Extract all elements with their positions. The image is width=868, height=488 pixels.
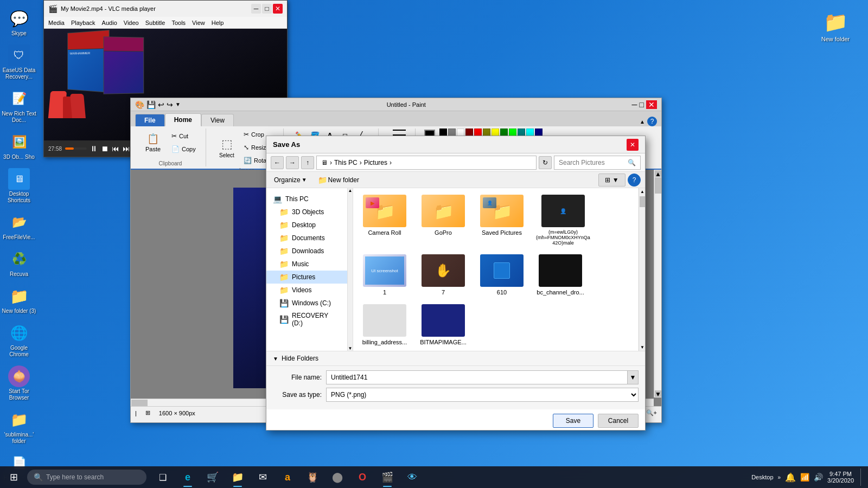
color-swatch[interactable] bbox=[448, 129, 456, 136]
color-swatch[interactable] bbox=[526, 129, 534, 136]
sidebar-item-pictures[interactable]: 📁 Pictures bbox=[266, 271, 347, 284]
desktop-icon-easeus[interactable]: 🛡 EaseUS Data Recovery... bbox=[0, 42, 38, 82]
organize-btn[interactable]: Organize ▼ bbox=[271, 175, 310, 185]
vlc-menu-tools[interactable]: Tools bbox=[171, 20, 186, 26]
sidebar-item-desktop[interactable]: 📁 Desktop bbox=[266, 219, 347, 232]
desktop-icon-skype[interactable]: 💬 Skype bbox=[0, 5, 38, 39]
tab-file[interactable]: File bbox=[135, 114, 165, 126]
taskbar-icon-vlc-task[interactable]: 🎬 bbox=[375, 466, 399, 488]
vlc-minimize-btn[interactable]: ─ bbox=[251, 4, 261, 14]
dialog-breadcrumb[interactable]: 🖥 › This PC › Pictures › bbox=[316, 156, 537, 170]
paint-dropdown-btn[interactable]: ▼ bbox=[175, 101, 181, 107]
ribbon-paste-btn[interactable]: 📋 Paste bbox=[139, 129, 167, 157]
taskbar-task-view[interactable]: ❑ bbox=[151, 466, 175, 488]
tab-home[interactable]: Home bbox=[165, 113, 201, 126]
view-options-btn[interactable]: ⊞ ▼ bbox=[598, 174, 626, 187]
desktop-icon-new-folder-3[interactable]: 📁 New folder (3) bbox=[0, 283, 38, 317]
color-swatch[interactable] bbox=[518, 129, 525, 136]
hide-folders-toggle[interactable]: ▼ Hide Folders bbox=[266, 351, 645, 365]
desktop-icon-3d[interactable]: 🖼️ 3D Ob... Sho bbox=[0, 129, 38, 163]
taskbar-icon-tripadvisor[interactable]: 🦉 bbox=[301, 466, 324, 488]
dialog-search-box[interactable]: 🔍 bbox=[554, 156, 641, 170]
file-item-7[interactable]: ✋ 7 bbox=[416, 252, 470, 298]
breadcrumb-thispc[interactable]: This PC bbox=[334, 159, 358, 166]
scroll-sidebar-up[interactable]: ▲ bbox=[348, 188, 353, 193]
vlc-maximize-btn[interactable]: □ bbox=[262, 4, 272, 14]
vlc-menu-playback[interactable]: Playback bbox=[71, 20, 95, 26]
desktop-icon-new-folder-top[interactable]: 📁 New folder bbox=[814, 11, 857, 42]
color-swatch[interactable] bbox=[474, 129, 482, 136]
dialog-refresh-btn[interactable]: ↻ bbox=[539, 156, 552, 169]
file-item-saved-pictures[interactable]: 📁 👤 Saved Pictures bbox=[475, 192, 529, 248]
file-item-gopro[interactable]: 📁 GoPro bbox=[416, 192, 470, 248]
taskbar-icon-eye[interactable]: 👁 bbox=[400, 466, 424, 488]
sidebar-item-documents[interactable]: 📁 Documents bbox=[266, 232, 347, 245]
vertical-scrollbar[interactable]: ▲ ▼ bbox=[654, 170, 661, 397]
color-swatch[interactable] bbox=[492, 129, 499, 136]
dialog-cancel-btn[interactable]: Cancel bbox=[598, 414, 639, 428]
taskbar-icon-explorer[interactable]: 📁 bbox=[226, 466, 250, 488]
paint-redo-btn[interactable]: ↪ bbox=[167, 100, 173, 109]
taskbar-icon-store[interactable]: 🛒 bbox=[201, 466, 225, 488]
paint-maximize-btn[interactable]: □ bbox=[640, 100, 644, 109]
color-swatch[interactable] bbox=[465, 129, 473, 136]
dialog-save-btn[interactable]: Save bbox=[553, 414, 593, 428]
scroll-up-btn[interactable]: ▲ bbox=[655, 170, 661, 177]
scroll-thumb-v[interactable] bbox=[655, 177, 661, 194]
desktop-icon-rich-text[interactable]: 📝 New Rich Text Doc... bbox=[0, 86, 38, 126]
vlc-menu-subtitle[interactable]: Subtitle bbox=[145, 20, 165, 26]
taskbar-network-icon[interactable]: 📶 bbox=[800, 473, 809, 481]
scroll-files-down[interactable]: ▼ bbox=[639, 344, 645, 351]
sidebar-item-downloads[interactable]: 📁 Downloads bbox=[266, 245, 347, 258]
desktop-icon-recuva[interactable]: ♻️ Recuva bbox=[0, 246, 38, 280]
desktop-icon-sublimina[interactable]: 📁 'sublimina...' folder bbox=[0, 407, 38, 447]
dialog-help-btn[interactable]: ? bbox=[628, 174, 641, 187]
new-folder-btn[interactable]: 📁 New folder bbox=[315, 175, 362, 185]
scroll-thumb-h[interactable] bbox=[131, 400, 148, 406]
color-swatch[interactable] bbox=[439, 129, 447, 136]
file-item-long-name[interactable]: 👤 (m=ewlLG0y)(mh=FMNOM0cXHYnQa42O)male bbox=[533, 192, 593, 248]
file-item-billing[interactable]: billing_address... bbox=[358, 302, 412, 348]
start-button[interactable]: ⊞ bbox=[0, 466, 27, 488]
taskbar-icon-edge[interactable]: e bbox=[176, 466, 200, 488]
files-scrollbar[interactable]: ▲ ▼ bbox=[639, 188, 645, 351]
sidebar-item-this-pc[interactable]: 💻 This PC bbox=[266, 192, 347, 206]
filename-dropdown-btn[interactable]: ▼ bbox=[628, 370, 639, 384]
vlc-stop-btn[interactable]: ⏹ bbox=[101, 144, 108, 153]
sidebar-item-3d-objects[interactable]: 📁 3D Objects bbox=[266, 206, 347, 219]
file-item-bitmap[interactable]: BITMAPIMAGE... bbox=[416, 302, 470, 348]
color-swatch[interactable] bbox=[483, 129, 490, 136]
color-swatch[interactable] bbox=[509, 129, 516, 136]
taskbar-icon-opera[interactable]: O bbox=[350, 466, 374, 488]
paint-minimize-btn[interactable]: ─ bbox=[632, 100, 637, 109]
vlc-prev-btn[interactable]: ⏮ bbox=[112, 144, 119, 153]
size-1[interactable] bbox=[393, 130, 406, 131]
sidebar-item-videos[interactable]: 📁 Videos bbox=[266, 284, 347, 297]
paint-undo-btn[interactable]: ↩ bbox=[158, 100, 164, 109]
desktop-icon-start-tor[interactable]: 🧅 Start Tor Browser bbox=[0, 363, 38, 403]
file-item-1[interactable]: UI screenshot 1 bbox=[358, 252, 412, 298]
paint-help-chevron-up[interactable]: ▲ bbox=[640, 119, 645, 125]
scroll-files-thumb[interactable] bbox=[640, 196, 645, 207]
taskbar-show-desktop[interactable] bbox=[860, 468, 864, 486]
taskbar-notification-icon[interactable]: 🔔 bbox=[785, 472, 796, 483]
file-item-bc-channel[interactable]: bc_channel_dro... bbox=[533, 252, 588, 298]
color-swatch[interactable] bbox=[457, 129, 464, 136]
file-item-camera-roll[interactable]: 📁 ▶ Camera Roll bbox=[358, 192, 412, 248]
paint-save-btn[interactable]: 💾 bbox=[146, 100, 156, 109]
paint-help-btn[interactable]: ? bbox=[647, 117, 657, 126]
color-swatch[interactable] bbox=[500, 129, 508, 136]
scroll-files-up[interactable]: ▲ bbox=[639, 188, 645, 195]
dialog-close-btn[interactable]: ✕ bbox=[627, 139, 639, 151]
vlc-play-btn[interactable]: ⏸ bbox=[90, 144, 98, 153]
sidebar-scrollbar[interactable]: ▲ ▼ bbox=[348, 188, 353, 351]
scroll-sidebar-down[interactable]: ▼ bbox=[348, 346, 353, 351]
paint-close-btn[interactable]: ✕ bbox=[646, 100, 657, 109]
desktop-icon-chrome[interactable]: 🌐 Google Chrome bbox=[0, 320, 38, 360]
ribbon-copy-btn[interactable]: 📄 Copy bbox=[169, 143, 201, 155]
ribbon-select-btn[interactable]: ⬚ Select bbox=[215, 136, 239, 159]
dialog-back-btn[interactable]: ← bbox=[271, 156, 284, 169]
vlc-menu-video[interactable]: Video bbox=[124, 20, 139, 26]
vlc-next-btn[interactable]: ⏭ bbox=[123, 144, 130, 153]
dialog-search-input[interactable] bbox=[559, 159, 628, 166]
